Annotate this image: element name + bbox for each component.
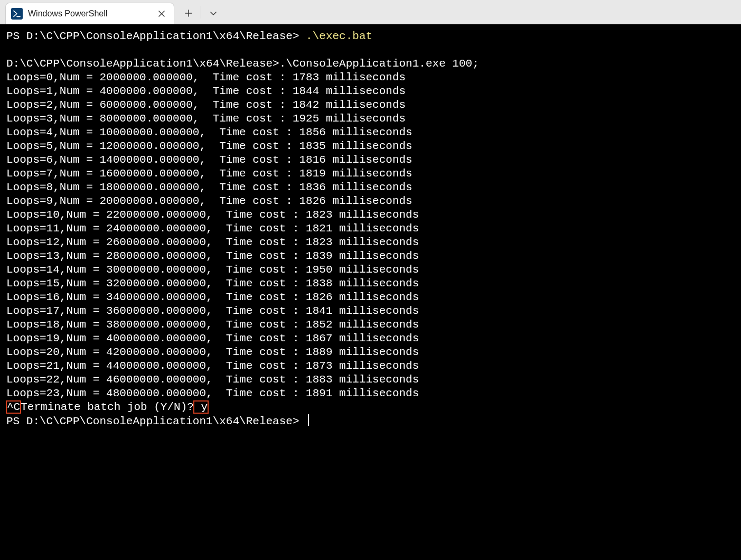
tab-title: Windows PowerShell <box>28 9 152 18</box>
loop-line: Loops=8,Num = 18000000.000000, Time cost… <box>6 181 412 193</box>
titlebar: Windows PowerShell <box>0 0 741 24</box>
plus-icon <box>185 10 192 17</box>
loop-line: Loops=6,Num = 14000000.000000, Time cost… <box>6 154 412 166</box>
loop-line: Loops=9,Num = 20000000.000000, Time cost… <box>6 195 412 207</box>
loop-line: Loops=14,Num = 30000000.000000, Time cos… <box>6 264 419 276</box>
loop-line: Loops=20,Num = 42000000.000000, Time cos… <box>6 346 419 358</box>
loop-line: Loops=11,Num = 24000000.000000, Time cos… <box>6 222 419 235</box>
loop-line: Loops=3,Num = 8000000.000000, Time cost … <box>6 113 406 125</box>
loop-line: Loops=18,Num = 38000000.000000, Time cos… <box>6 319 419 331</box>
command-exec-bat: .\exec.bat <box>306 30 372 42</box>
loop-line: Loops=0,Num = 2000000.000000, Time cost … <box>6 71 406 83</box>
loop-line: Loops=17,Num = 36000000.000000, Time cos… <box>6 305 419 317</box>
tab-dropdown-button[interactable] <box>202 3 224 24</box>
loop-line: Loops=19,Num = 40000000.000000, Time cos… <box>6 332 419 344</box>
loop-line: Loops=2,Num = 6000000.000000, Time cost … <box>6 99 406 111</box>
loop-line: Loops=16,Num = 34000000.000000, Time cos… <box>6 291 419 303</box>
terminal-pane[interactable]: PS D:\C\CPP\ConsoleApplication1\x64\Rele… <box>0 24 741 560</box>
loop-line: Loops=22,Num = 46000000.000000, Time cos… <box>6 374 419 386</box>
prompt-line-2: PS D:\C\CPP\ConsoleApplication1\x64\Rele… <box>6 415 306 427</box>
loop-line: Loops=23,Num = 48000000.000000, Time cos… <box>6 387 419 399</box>
new-tab-button[interactable] <box>177 3 200 24</box>
terminate-question: Terminate batch job (Y/N)? <box>21 401 194 413</box>
loop-line: Loops=5,Num = 12000000.000000, Time cost… <box>6 140 412 152</box>
chevron-down-icon <box>210 10 217 17</box>
batch-echo-line: D:\C\CPP\ConsoleApplication1\x64\Release… <box>6 58 479 70</box>
close-icon <box>158 11 165 17</box>
loop-line: Loops=4,Num = 10000000.000000, Time cost… <box>6 126 412 138</box>
loop-line: Loops=1,Num = 4000000.000000, Time cost … <box>6 85 406 97</box>
ctrl-c-marker: ^C <box>6 401 21 413</box>
tab-powershell[interactable]: Windows PowerShell <box>5 3 174 24</box>
tab-close-button[interactable] <box>157 9 166 18</box>
text-cursor <box>308 414 309 426</box>
loop-line: Loops=12,Num = 26000000.000000, Time cos… <box>6 236 419 248</box>
loop-line: Loops=13,Num = 28000000.000000, Time cos… <box>6 250 419 262</box>
titlebar-divider <box>201 6 201 18</box>
powershell-icon <box>11 8 23 20</box>
loop-line: Loops=15,Num = 32000000.000000, Time cos… <box>6 277 419 290</box>
loop-line: Loops=10,Num = 22000000.000000, Time cos… <box>6 209 419 221</box>
prompt-line-1: PS D:\C\CPP\ConsoleApplication1\x64\Rele… <box>6 30 306 42</box>
loop-line: Loops=21,Num = 44000000.000000, Time cos… <box>6 360 419 372</box>
terminate-answer: y <box>194 401 208 413</box>
loop-line: Loops=7,Num = 16000000.000000, Time cost… <box>6 167 412 180</box>
